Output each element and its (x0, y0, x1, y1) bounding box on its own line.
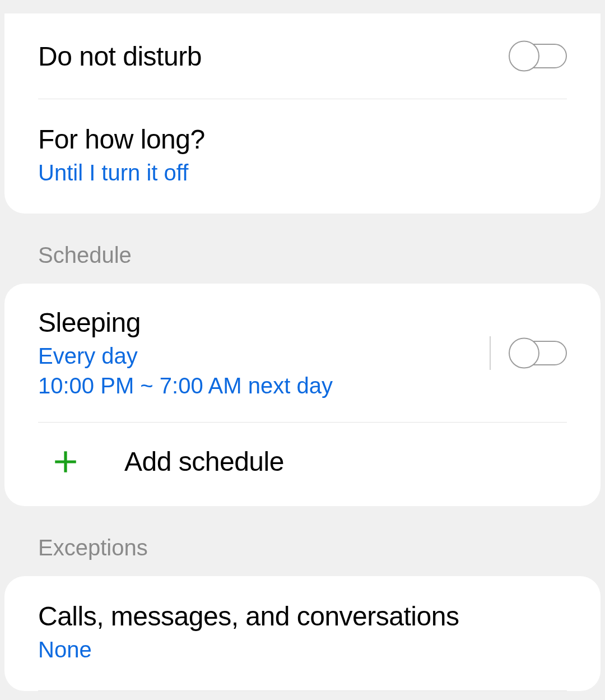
exceptions-card: Calls, messages, and conversations None (4, 576, 601, 691)
calls-title: Calls, messages, and conversations (38, 601, 567, 632)
dnd-toggle[interactable] (509, 40, 567, 72)
duration-value: Until I turn it off (38, 160, 567, 186)
divider (38, 690, 567, 691)
toggle-thumb (509, 337, 539, 368)
sleeping-days: Every day (38, 344, 490, 369)
schedule-header: Schedule (0, 214, 605, 284)
toggle-thumb (509, 41, 539, 72)
duration-row[interactable]: For how long? Until I turn it off (4, 99, 601, 214)
sleeping-toggle[interactable] (509, 337, 567, 369)
sleeping-row[interactable]: Sleeping Every day 10:00 PM ~ 7:00 AM ne… (4, 284, 601, 422)
add-schedule-row[interactable]: Add schedule (4, 423, 601, 506)
duration-title: For how long? (38, 124, 567, 155)
plus-icon (52, 448, 80, 476)
exceptions-header: Exceptions (0, 506, 605, 576)
calls-value: None (38, 637, 567, 662)
sleeping-time: 10:00 PM ~ 7:00 AM next day (38, 373, 490, 398)
dnd-card: Do not disturb For how long? Until I tur… (4, 13, 601, 214)
vertical-separator (490, 336, 491, 370)
add-schedule-label: Add schedule (124, 446, 284, 477)
dnd-title: Do not disturb (38, 41, 509, 72)
dnd-toggle-row[interactable]: Do not disturb (4, 13, 601, 99)
calls-row[interactable]: Calls, messages, and conversations None (4, 576, 601, 690)
sleeping-title: Sleeping (38, 307, 490, 338)
schedule-card: Sleeping Every day 10:00 PM ~ 7:00 AM ne… (4, 284, 601, 506)
